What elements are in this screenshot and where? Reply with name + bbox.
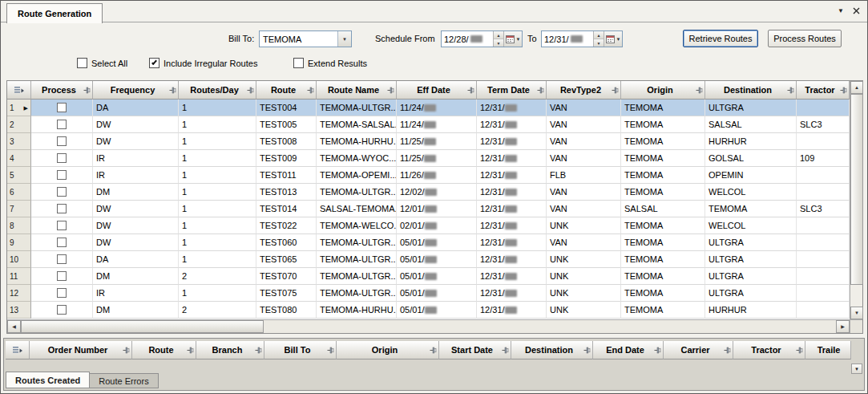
process-cell[interactable] (31, 251, 93, 268)
routes-day-cell[interactable]: 1 (179, 234, 256, 251)
tractor-cell[interactable] (797, 302, 850, 319)
route-cell[interactable]: TEST009 (256, 150, 317, 167)
revtype2-cell[interactable]: UNK (547, 285, 621, 302)
scroll-down-button[interactable]: ▼ (850, 307, 863, 319)
term-date-cell[interactable]: 12/31/ (477, 268, 547, 285)
process-cell[interactable] (31, 268, 93, 285)
origin-cell[interactable]: TEMOMA (621, 100, 705, 116)
term-date-cell[interactable]: 12/31/ (477, 302, 547, 319)
revtype2-cell[interactable]: VAN (547, 234, 621, 251)
pin-icon[interactable] (537, 87, 544, 94)
pin-icon[interactable] (787, 87, 794, 94)
pin-icon[interactable] (83, 87, 91, 94)
route-name-cell[interactable]: SALSAL-TEMOMA... (317, 201, 397, 217)
route-name-cell[interactable]: TEMOMA-OPEMI... (317, 167, 397, 184)
revtype2-cell[interactable]: VAN (547, 184, 621, 201)
process-checkbox[interactable] (57, 305, 67, 315)
vertical-scrollbar[interactable]: ▲ ▼ (850, 81, 862, 319)
origin-cell[interactable]: TEMOMA (621, 234, 705, 251)
routes-day-cell[interactable]: 1 (179, 100, 256, 116)
process-cell[interactable] (31, 167, 93, 184)
column-header-routes-day[interactable]: Routes/Day (179, 81, 256, 100)
route-name-cell[interactable]: TEMOMA-SALSAL... (317, 116, 397, 133)
pin-icon[interactable] (187, 347, 194, 354)
term-date-cell[interactable]: 12/31/ (477, 184, 547, 201)
row-selector[interactable]: 9 (7, 234, 31, 251)
origin-cell[interactable]: TEMOMA (621, 167, 705, 184)
pin-icon[interactable] (724, 347, 731, 354)
process-cell[interactable] (31, 133, 93, 150)
revtype2-cell[interactable]: UNK (547, 302, 621, 319)
panel-scroll-down-button[interactable]: ▼ (851, 364, 862, 374)
pin-icon[interactable] (502, 347, 509, 354)
tractor-cell[interactable] (797, 184, 850, 201)
process-checkbox[interactable] (57, 254, 67, 264)
pin-icon[interactable] (247, 87, 254, 94)
frequency-cell[interactable]: DW (93, 234, 179, 251)
origin-cell[interactable]: TEMOMA (621, 251, 705, 268)
destination-cell[interactable]: GOLSAL (705, 150, 797, 167)
route-name-cell[interactable]: TEMOMA-ULTGR... (317, 100, 397, 116)
pin-icon[interactable] (255, 347, 262, 354)
column-header-revtype2[interactable]: RevType2 (547, 81, 621, 100)
route-cell[interactable]: TEST005 (256, 116, 317, 133)
pin-icon[interactable] (327, 347, 334, 354)
routes-day-cell[interactable]: 1 (179, 201, 256, 217)
column-header-tractor[interactable]: Tractor (797, 81, 850, 100)
eff-date-cell[interactable]: 11/24/ (397, 116, 477, 133)
eff-date-cell[interactable]: 05/01/ (397, 268, 477, 285)
origin-cell[interactable]: TEMOMA (621, 133, 705, 150)
grid-options-button[interactable] (7, 81, 31, 100)
tab-route-errors[interactable]: Route Errors (90, 373, 158, 388)
revtype2-cell[interactable]: UNK (547, 217, 621, 234)
process-checkbox[interactable] (57, 153, 67, 163)
destination-cell[interactable]: OPEMIN (705, 167, 797, 184)
process-cell[interactable] (31, 302, 93, 319)
process-cell[interactable] (31, 201, 93, 217)
process-cell[interactable] (31, 150, 93, 167)
route-name-cell[interactable]: TEMOMA-HURHU... (317, 302, 397, 319)
column-header-process[interactable]: Process (31, 81, 93, 100)
origin-cell[interactable]: TEMOMA (621, 285, 705, 302)
table-row[interactable]: 10DA1TEST065TEMOMA-ULTGR...05/01/12/31/U… (7, 251, 850, 268)
frequency-cell[interactable]: DW (93, 217, 179, 234)
column-header-route[interactable]: Route (132, 341, 196, 359)
destination-cell[interactable]: TEMOMA (705, 201, 797, 217)
route-name-cell[interactable]: TEMOMA-ULTGR... (317, 251, 397, 268)
column-header-destination[interactable]: Destination (511, 341, 593, 359)
term-date-cell[interactable]: 12/31/ (477, 167, 547, 184)
pin-icon[interactable] (654, 347, 661, 354)
origin-cell[interactable]: TEMOMA (621, 302, 705, 319)
tractor-cell[interactable]: SLC3 (797, 116, 850, 133)
column-header-destination[interactable]: Destination (705, 81, 797, 100)
bill-to-select[interactable]: TEMOMA ▼ (259, 30, 352, 47)
tractor-cell[interactable]: SLC3 (797, 201, 850, 217)
column-header-start-date[interactable]: Start Date (439, 341, 511, 359)
schedule-from-input[interactable]: 12/28/ ▲▼ ▼ (441, 30, 523, 47)
term-date-cell[interactable]: 12/31/ (477, 133, 547, 150)
row-selector[interactable]: 7 (7, 201, 31, 217)
tractor-cell[interactable] (797, 217, 850, 234)
process-checkbox[interactable] (57, 120, 67, 129)
revtype2-cell[interactable]: UNK (547, 251, 621, 268)
tractor-cell[interactable] (797, 167, 850, 184)
destination-cell[interactable]: ULTGRA (705, 234, 797, 251)
pin-icon[interactable] (840, 87, 847, 94)
process-checkbox[interactable] (57, 238, 67, 247)
row-selector[interactable]: 1▶ (7, 100, 31, 116)
destination-cell[interactable]: WELCOL (705, 184, 797, 201)
route-name-cell[interactable]: TEMOMA-WELCO... (317, 217, 397, 234)
row-selector[interactable]: 8 (7, 217, 31, 234)
eff-date-cell[interactable]: 11/25/ (397, 133, 477, 150)
column-header-origin[interactable]: Origin (621, 81, 705, 100)
column-header-route-name[interactable]: Route Name (317, 81, 397, 100)
frequency-cell[interactable]: DW (93, 116, 179, 133)
tractor-cell[interactable] (797, 100, 850, 116)
table-row[interactable]: 9DW1TEST060TEMOMA-ULTGR...05/01/12/31/VA… (7, 234, 850, 251)
spin-up-icon[interactable]: ▲ (494, 31, 503, 39)
route-name-cell[interactable]: TEMOMA-ULTGR... (317, 285, 397, 302)
revtype2-cell[interactable]: UNK (547, 268, 621, 285)
pin-icon[interactable] (612, 87, 619, 94)
eff-date-cell[interactable]: 11/25/ (397, 150, 477, 167)
column-header-trailer[interactable]: Traile (805, 341, 851, 359)
